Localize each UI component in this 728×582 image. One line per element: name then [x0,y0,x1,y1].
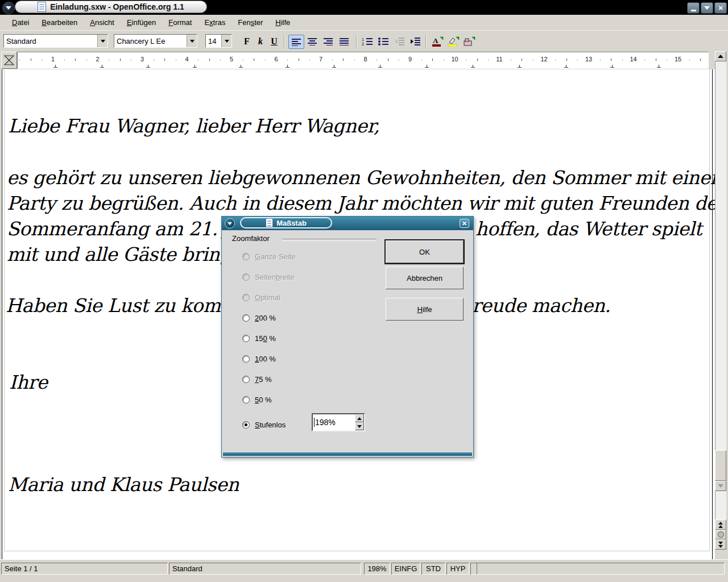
radio-button-icon [242,294,250,301]
font-size-value: 14 [206,37,221,45]
spin-down-button[interactable] [355,422,364,430]
ruler-number: 5 [230,56,233,63]
font-dropdown-button[interactable] [187,35,197,47]
svg-text:2: 2 [362,42,364,46]
document-text-line: mit und alle Gäste bringen [7,243,254,265]
navigation-button[interactable] [715,530,726,539]
next-page-button[interactable] [715,539,726,550]
align-justify-button[interactable] [337,35,351,48]
dialog-bottom-grip[interactable] [223,452,472,456]
menu-extras[interactable]: Extras [198,16,231,29]
menu-einfgen[interactable]: Einfügen [121,16,162,29]
increase-indent-button[interactable] [408,35,423,48]
cancel-button[interactable]: Abbrechen [386,267,464,289]
document-text-line: Ihre [9,371,48,393]
status-insert-mode[interactable]: EINFG [391,563,420,575]
radio-button-icon[interactable] [242,396,250,404]
menu-ansicht[interactable]: Ansicht [84,16,121,29]
status-page-style[interactable]: Standard [169,563,361,575]
radio-button-icon[interactable] [242,376,250,383]
zoom-value-spinfield[interactable]: 198% [312,413,365,431]
radio-75[interactable]: 75 % [242,375,272,384]
highlighting-button[interactable] [446,35,461,48]
horizontal-ruler[interactable]: 123456789101112131415 [17,52,709,69]
arrow-down-icon [357,425,362,428]
status-selection-mode[interactable]: STD [421,563,445,575]
group-separator-line [282,239,377,241]
ruler-number: 9 [408,56,412,63]
text-boundary-left [4,69,5,551]
radio-button-icon[interactable] [242,421,250,429]
dialog-titlebar[interactable]: Maßstab ✕ [222,217,473,230]
radio-label: Ganze Seite [255,252,296,261]
chevron-down-icon [190,40,195,43]
bullet-list-button[interactable] [376,35,391,48]
scrollbar-thumb[interactable] [715,450,726,481]
menu-hilfe[interactable]: Hilfe [269,16,296,29]
spin-up-button[interactable] [355,414,364,422]
bold-button[interactable]: F [240,35,254,48]
dialog-menu-button[interactable] [225,218,235,228]
font-name-combo[interactable]: Chancery L Ee [114,34,197,48]
ruler-tick [700,59,701,61]
menu-bearbeiten[interactable]: Bearbeiten [35,16,84,29]
numbered-list-button[interactable]: 12 [360,35,375,48]
default-tabstop-marker [53,65,57,68]
scroll-up-button[interactable] [715,51,726,61]
underline-button[interactable]: U [267,35,281,48]
radio-label: 150 % [255,334,276,343]
paragraph-style-combo[interactable]: Standard [3,34,108,48]
background-color-button[interactable] [462,35,477,48]
ruler-number: 12 [540,56,547,63]
radio-100[interactable]: 100 % [242,354,276,363]
decrease-indent-button[interactable] [392,35,407,48]
default-tabstop-marker [471,65,475,68]
dialog-close-button[interactable]: ✕ [460,219,469,228]
tab-type-selector[interactable] [1,52,17,69]
ruler-tick [388,59,388,61]
ruler-tick [354,60,355,60]
window-menu-button[interactable] [2,2,15,14]
radio-50[interactable]: 50 % [242,395,272,404]
menu-format[interactable]: Format [162,16,198,29]
maximize-button[interactable] [701,2,713,14]
ruler-number: 10 [451,56,458,63]
window-titlebar: Einladung.sxw - OpenOffice.org 1.1 ✕ [0,0,728,15]
font-color-button[interactable]: A [430,35,445,48]
menu-fenster[interactable]: Fenster [231,16,269,29]
radio-stufenlos[interactable]: Stufenlos [242,420,286,429]
radio-label: 200 % [255,314,276,322]
help-button[interactable]: Hilfe [386,298,464,321]
ruler-tick [566,59,567,61]
radio-150[interactable]: 150 % [242,334,276,343]
scroll-down-button[interactable] [715,481,726,491]
default-tabstop-marker [610,65,614,68]
radio-200[interactable]: 200 % [242,313,276,322]
italic-button[interactable]: k [254,35,267,48]
previous-page-button[interactable] [715,519,726,530]
ruler-tick [332,60,333,60]
close-button[interactable]: ✕ [714,2,727,14]
status-zoom[interactable]: 198% [364,563,390,575]
radio-button-icon[interactable] [242,314,250,322]
radio-button-icon[interactable] [242,335,250,342]
ok-button[interactable]: OK [386,240,464,263]
status-page[interactable]: Seite 1 / 1 [1,563,168,575]
style-dropdown-button[interactable] [97,35,107,47]
menu-datei[interactable]: Datei [6,16,35,29]
minimize-button[interactable] [687,2,700,14]
page-border-left [2,69,2,559]
align-right-button[interactable] [321,35,336,48]
size-dropdown-button[interactable] [221,35,231,47]
radio-button-icon[interactable] [242,355,250,363]
bold-icon: F [244,36,250,47]
default-tabstop-marker [518,65,522,68]
font-size-combo[interactable]: 14 [205,34,232,48]
ruler-tick [265,60,266,60]
ruler-tick [299,59,299,61]
align-left-button[interactable] [288,35,304,49]
align-center-button[interactable] [305,35,320,48]
ruler-tick [421,60,422,60]
window-title: Einladung.sxw - OpenOffice.org 1.1 [50,2,184,11]
status-hyperlink-mode[interactable]: HYP [446,563,469,575]
